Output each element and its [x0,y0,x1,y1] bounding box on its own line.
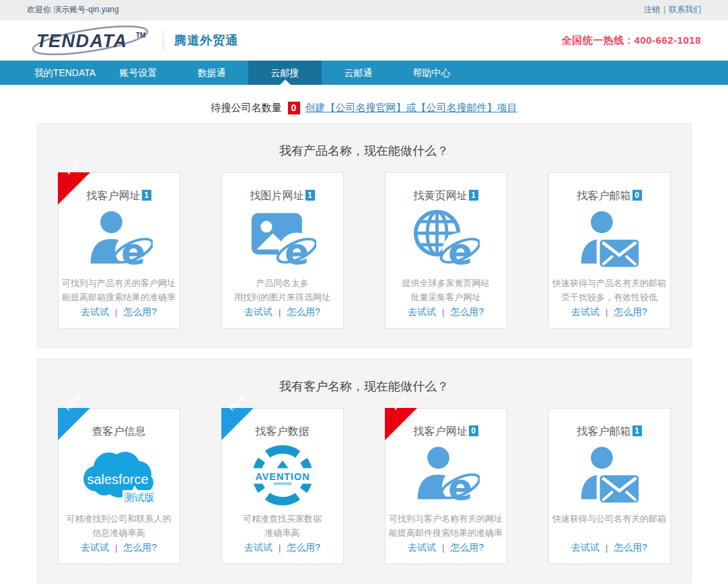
card-title: 找客户邮箱 [577,190,631,201]
how-to-use-link[interactable]: 怎么用? [450,306,484,317]
card-title: 找黄页网址 [414,190,468,201]
try-it-link[interactable]: 去试试 [244,306,272,317]
how-to-use-link[interactable]: 怎么用? [614,542,647,553]
create-project-link[interactable]: 创建【公司名搜官网】或【公司名搜邮件】项目 [305,102,517,114]
nav-item-data-pass[interactable]: 数据通 [175,61,248,85]
brand-divider [163,31,163,50]
link-separator: | [115,307,117,317]
card-desc-line1: 快速获得与公司名有关的邮箱 [552,512,666,526]
card-find-image-website: 找图片网址1 e 产品同名太多 用找到的图片来筛选网址 去试试|怎么用? [221,172,344,329]
svg-text:e: e [447,466,472,507]
person-mail-icon [554,439,665,512]
person-mail-icon [554,203,665,276]
card-desc-line2: 批量采集客户网址 [402,290,490,304]
try-it-link[interactable]: 去试试 [408,306,436,317]
try-it-link[interactable]: 去试试 [408,542,436,553]
svg-text:e: e [447,230,472,271]
salesforce-icon: salesforce 测试版 [64,439,174,512]
how-to-use-link[interactable]: 怎么用? [287,542,320,553]
card-desc-line2: 受干扰较多，有效性较低 [552,290,666,304]
new-ribbon: NEW [221,408,254,440]
card-find-yellowpage-website: 找黄页网址1 e 提供全球多家黄页网站 批量采集客户网址 [385,172,507,329]
nav-item-cloud-mail-search[interactable]: 云邮搜 [248,61,322,85]
welcome-text: 欢迎你 演示账号-qin.yang [27,4,119,15]
card-desc-line1: 快速获得与产品名有关的邮箱 [552,276,666,290]
card-desc-line2: 用找到的图片来筛选网址 [234,290,330,304]
how-to-use-link[interactable]: 怎么用? [123,306,157,317]
nav-item-my-tendata[interactable]: 我的TENDATA [28,61,102,85]
card-desc-line1: 可找到与产品有关的客户网址 [62,276,176,290]
try-it-link[interactable]: 去试试 [244,542,272,553]
contact-us-link[interactable]: 联系我们 [669,5,701,14]
globe-browser-icon: e [391,203,501,276]
svg-text:e: e [284,230,309,271]
count-badge: 0 [632,190,642,201]
count-badge: 1 [469,190,478,201]
nav-item-account-settings[interactable]: 账号设置 [102,61,175,85]
logo-tm: TM [136,32,145,39]
link-separator: | [115,543,117,553]
link-separator: | [606,307,608,317]
pending-company-banner: 待搜公司名数量 0 创建【公司名搜官网】或【公司名搜邮件】项目 [0,102,728,114]
try-it-link[interactable]: 去试试 [571,542,599,553]
tendata-logo: TENDATA TM [30,24,155,57]
card-desc-line1: 提供全球多家黄页网站 [402,276,490,290]
card-desc-line1: 可精准查找买家数据 [243,512,322,526]
section-customer-name: 我有客户名称，现在能做什么？ NEW 查客户信息 salesforce 测试版 [37,359,692,584]
new-ribbon: NEW [58,408,90,440]
card-title: 找客户网址 [414,425,468,437]
how-to-use-link[interactable]: 怎么用? [450,542,484,553]
header: TENDATA TM 腾道外贸通 全国统一热线 : 400-662-1018 [0,20,728,61]
try-it-link[interactable]: 去试试 [571,306,599,317]
card-check-customer-info: NEW 查客户信息 salesforce 测试版 可精准找到公司和联系人的 [58,408,180,564]
card-title: 找客户网址 [87,190,141,201]
link-separator: | [279,307,281,317]
main-nav: 我的TENDATA 账号设置 数据通 云邮搜 云邮通 帮助中心 [0,61,728,85]
how-to-use-link[interactable]: 怎么用? [123,542,157,553]
card-find-customer-website: HOT 找客户网址1 e 可找到与产品有关的客户网址 能提高邮箱搜索结果的准确率… [58,172,180,329]
topbar-separator: | [663,5,665,14]
card-title: 找客户数据 [256,425,310,437]
section-title: 我有客户名称，现在能做什么？ [58,378,671,394]
count-badge: 1 [632,425,642,436]
link-separator: | [606,543,608,553]
card-find-customer-email: 找客户邮箱1 快速获得与公司名有关的邮箱 去试试|怎么用? [548,408,671,564]
card-title: 找图片网址 [250,190,304,201]
nav-item-help-center[interactable]: 帮助中心 [395,61,468,85]
card-desc-line2: 能提高邮箱搜索结果的准确率 [62,290,176,304]
count-badge: 0 [469,425,478,436]
logout-link[interactable]: 注销 [644,5,660,14]
nav-item-cloud-mail-pass[interactable]: 云邮通 [322,61,395,85]
hot-ribbon: HOT [58,172,90,205]
card-find-customer-data: NEW 找客户数据 AVENTION 可精准查找买家数据 准确率高 去试试|怎么… [221,408,344,564]
count-badge: 1 [305,190,315,201]
hotline-text: 全国统一热线 : 400-662-1018 [562,34,701,47]
salesforce-logo-text: salesforce [87,472,148,487]
card-find-customer-website: HOT 找客户网址0 e 可找到与客户名称有关的网址 能提高邮件搜索结果的准确率… [385,408,507,564]
card-title: 找客户邮箱 [577,425,631,437]
try-it-link[interactable]: 去试试 [81,306,109,317]
pending-count-label: 待搜公司名数量 [211,102,282,114]
salesforce-trial-label: 测试版 [123,491,154,503]
card-desc-line1: 可找到与客户名称有关的网址 [389,512,503,526]
link-separator: | [442,543,444,553]
card-find-customer-email: 找客户邮箱0 快速获得与产品名有关的邮箱 受干扰较多，有效性较低 去试试|怎么用… [548,172,671,329]
hot-ribbon: HOT [385,408,417,440]
card-title: 查客户信息 [92,425,146,437]
section-title: 我有产品名称，现在能做什么？ [58,143,671,159]
card-desc-line2: 信息准确率高 [67,526,172,540]
card-desc-line2: 能提高邮件搜索结果的准确率 [389,526,503,540]
top-utility-bar: 欢迎你 演示账号-qin.yang 注销|联系我们 [0,0,728,20]
svg-text:e: e [120,230,145,271]
card-desc-line2 [552,526,666,540]
person-browser-icon: e [64,203,174,276]
card-desc-line2: 准确率高 [243,526,322,540]
how-to-use-link[interactable]: 怎么用? [287,306,320,317]
try-it-link[interactable]: 去试试 [81,542,109,553]
logo-text: TENDATA [36,31,127,51]
avention-icon: AVENTION [227,439,338,512]
section-product-name: 我有产品名称，现在能做什么？ HOT 找客户网址1 e 可找到与产品有关的客户网… [37,123,692,348]
how-to-use-link[interactable]: 怎么用? [614,306,647,317]
product-name: 腾道外贸通 [174,32,238,48]
avention-logo-text: AVENTION [255,471,310,482]
